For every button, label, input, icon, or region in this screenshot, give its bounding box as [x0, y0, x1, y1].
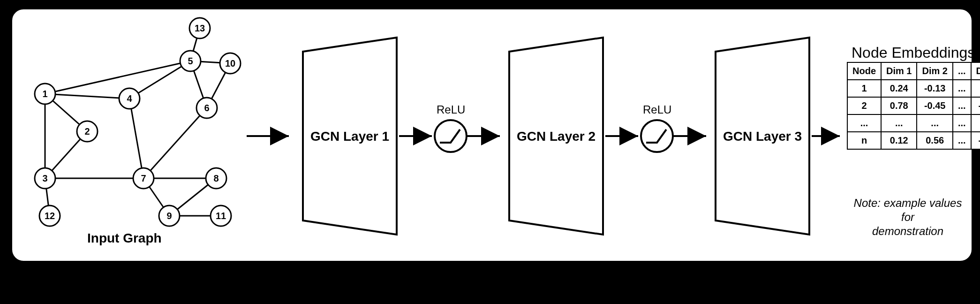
- gcn-layer-3-label: GCN Layer 3: [723, 129, 802, 144]
- svg-point-44: [435, 120, 467, 152]
- node-8: 8: [206, 168, 226, 189]
- th-dim2: Dim 2: [917, 62, 952, 80]
- svg-text:8: 8: [213, 173, 219, 183]
- svg-text:3: 3: [42, 173, 47, 183]
- relu-2-label: ReLU: [643, 103, 671, 116]
- svg-text:1: 1: [42, 89, 47, 99]
- gcn-layer-1-label: GCN Layer 1: [310, 129, 389, 144]
- svg-line-7: [129, 99, 143, 178]
- table-header-row: Node Dim 1 Dim 2 ... Dim d: [847, 62, 980, 80]
- node-10: 10: [220, 53, 241, 74]
- node-7: 7: [133, 168, 154, 189]
- node-11: 11: [211, 205, 231, 226]
- node-5: 5: [180, 51, 201, 71]
- diagram-svg: 1 2 3 4 5 6 7 8 9 10 11 12 13 GCN Layer …: [12, 9, 972, 261]
- svg-text:6: 6: [204, 103, 209, 113]
- table-row: n 0.12 0.56 ... -0.89: [847, 132, 980, 149]
- embeddings-table: Node Dim 1 Dim 2 ... Dim d 1 0.24 -0.13 …: [847, 62, 980, 150]
- svg-text:12: 12: [45, 211, 55, 221]
- gcn-layer-2: GCN Layer 2: [509, 38, 603, 235]
- svg-text:2: 2: [84, 126, 90, 137]
- svg-text:4: 4: [127, 93, 132, 104]
- embeddings-note: Note: example values for demonstration: [847, 196, 969, 238]
- input-graph-caption: Input Graph: [87, 231, 162, 246]
- th-dimd: Dim d: [971, 62, 980, 80]
- svg-line-0: [45, 61, 190, 94]
- table-row: 1 0.24 -0.13 ... 0.11: [847, 80, 980, 97]
- svg-text:5: 5: [188, 56, 193, 66]
- svg-text:10: 10: [225, 58, 235, 68]
- table-row: 2 0.78 -0.45 ... -0.33: [847, 97, 980, 114]
- node-3: 3: [35, 168, 55, 189]
- gcn-layer-2-label: GCN Layer 2: [517, 129, 596, 144]
- svg-line-1: [45, 94, 129, 99]
- svg-text:13: 13: [195, 23, 205, 33]
- svg-line-12: [143, 108, 207, 178]
- graph-edges: [45, 28, 230, 216]
- th-node: Node: [847, 62, 881, 80]
- svg-text:7: 7: [141, 173, 146, 183]
- th-dim1: Dim 1: [881, 62, 917, 80]
- gcn-layer-1: GCN Layer 1: [303, 38, 397, 235]
- relu-2: ReLU: [641, 103, 673, 152]
- diagram-panel: 1 2 3 4 5 6 7 8 9 10 11 12 13 GCN Layer …: [10, 8, 973, 263]
- node-2: 2: [77, 121, 98, 142]
- th-dots: ...: [953, 62, 971, 80]
- graph-nodes: 1 2 3 4 5 6 7 8 9 10 11 12 13: [35, 18, 241, 226]
- svg-point-45: [641, 120, 673, 152]
- svg-text:11: 11: [216, 211, 226, 221]
- node-13: 13: [189, 18, 210, 38]
- svg-text:9: 9: [166, 211, 172, 221]
- gcn-layer-3: GCN Layer 3: [716, 38, 809, 235]
- node-9: 9: [159, 205, 180, 226]
- node-12: 12: [39, 205, 60, 226]
- relu-1: ReLU: [435, 103, 467, 152]
- node-1: 1: [35, 84, 55, 104]
- relu-1-label: ReLU: [437, 103, 465, 116]
- node-6: 6: [196, 98, 217, 118]
- node-4: 4: [119, 88, 140, 109]
- table-row: ... ... ... ... ...: [847, 114, 980, 132]
- embeddings-title: Node Embeddings: [852, 44, 975, 61]
